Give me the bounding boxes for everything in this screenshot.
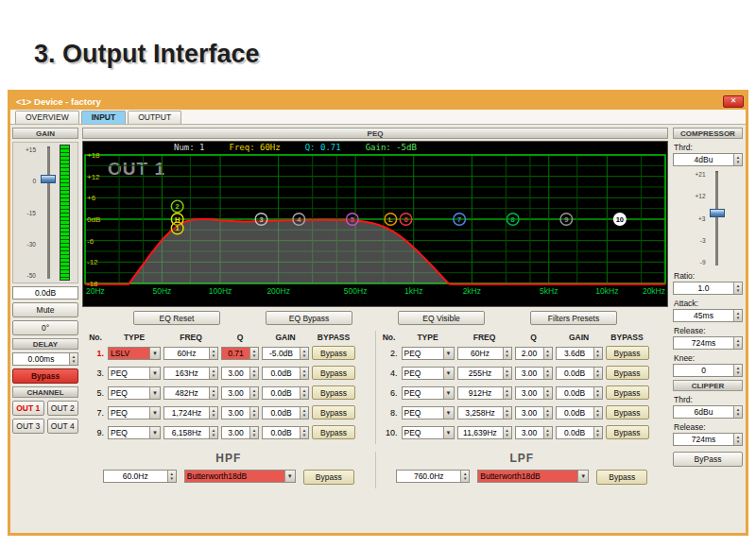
spinner-arrows-icon[interactable] [209,427,217,438]
spinner-arrows-icon[interactable] [593,427,602,438]
band-bypass-button[interactable]: Bypass [606,385,649,400]
channel-out2-button[interactable]: OUT 2 [47,401,79,416]
band-gain-input[interactable]: 3.6dB [556,347,603,360]
spinner-arrows-icon[interactable] [503,368,511,379]
spinner-arrows-icon[interactable] [249,427,258,438]
clipper-bypass-button[interactable]: ByPass [673,452,743,467]
spinner-arrows-icon[interactable] [543,427,552,438]
spinner-arrows-icon[interactable] [209,407,217,419]
band-q-input[interactable]: 3.00 [515,367,553,380]
spinner-arrows-icon[interactable] [503,387,511,399]
band-bypass-button[interactable]: Bypass [606,366,649,380]
delay-bypass-button[interactable]: Bypass [12,368,78,384]
band-freq-input[interactable]: 163Hz [163,367,218,380]
band-freq-input[interactable]: 60Hz [163,347,218,360]
compressor-slider-track[interactable] [709,169,726,267]
spinner-arrows-icon[interactable] [593,368,602,379]
spinner-arrows-icon[interactable] [209,348,217,359]
spinner-arrows-icon[interactable] [167,471,176,482]
eq-bypass-button[interactable]: EQ Bypass [266,311,352,325]
band-q-input[interactable]: 3.00 [515,426,553,439]
spinner-arrows-icon[interactable] [249,368,258,379]
band-q-input[interactable]: 3.00 [515,406,553,420]
close-button[interactable]: ✕ [723,95,744,108]
compressor-attack-input[interactable]: 45ms [673,309,743,322]
band-bypass-button[interactable]: Bypass [606,425,649,439]
spinner-arrows-icon[interactable] [503,348,511,359]
spinner-arrows-icon[interactable] [733,365,742,376]
band-type-select[interactable]: PEQ▼ [402,347,455,360]
spinner-arrows-icon[interactable] [733,283,742,294]
channel-out3-button[interactable]: OUT 3 [12,419,44,434]
clipper-thrd-input[interactable]: 6dBu [673,405,743,419]
spinner-arrows-icon[interactable] [593,348,602,359]
compressor-ratio-input[interactable]: 1.0 [673,282,743,295]
band-freq-input[interactable]: 1,724Hz [163,406,218,420]
spinner-arrows-icon[interactable] [300,348,308,359]
band-gain-input[interactable]: 0.0dB [556,426,603,439]
band-bypass-button[interactable]: Bypass [606,346,649,360]
lpf-type-select[interactable]: Butterworth18dB▼ [477,470,589,483]
channel-out4-button[interactable]: OUT 4 [47,419,79,434]
band-bypass-button[interactable]: Bypass [312,366,355,380]
band-type-select[interactable]: PEQ▼ [108,386,161,400]
spinner-arrows-icon[interactable] [593,407,602,419]
lpf-freq-input[interactable]: 760.0Hz [396,470,470,483]
band-q-input[interactable]: 2.00 [515,347,553,360]
spinner-arrows-icon[interactable] [249,348,258,359]
band-gain-input[interactable]: 0.0dB [556,406,603,420]
spinner-arrows-icon[interactable] [300,368,308,379]
band-freq-input[interactable]: 3,258Hz [457,406,512,420]
band-freq-input[interactable]: 11,639Hz [457,426,512,439]
spinner-arrows-icon[interactable] [503,407,511,419]
clipper-release-input[interactable]: 724ms [673,433,743,446]
hpf-bypass-button[interactable]: Bypass [303,470,354,485]
band-gain-input[interactable]: 0.0dB [262,406,309,420]
eq-curve-plot[interactable]: 20Hz50Hz100Hz200Hz500Hz1kHz2kHz5kHz10kHz… [83,142,668,307]
band-type-select[interactable]: PEQ▼ [402,426,455,439]
band-gain-input[interactable]: -5.0dB [262,347,309,360]
band-freq-input[interactable]: 60Hz [457,347,512,360]
compressor-slider-handle[interactable] [710,209,725,217]
gain-fader-track[interactable] [40,145,57,281]
spinner-arrows-icon[interactable] [503,427,511,438]
band-freq-input[interactable]: 482Hz [163,386,218,400]
spinner-arrows-icon[interactable] [300,427,308,438]
hpf-freq-input[interactable]: 60.0Hz [103,470,177,483]
lpf-bypass-button[interactable]: Bypass [596,470,647,485]
band-bypass-button[interactable]: Bypass [312,385,355,400]
spinner-arrows-icon[interactable] [733,406,742,418]
band-q-input[interactable]: 3.00 [221,426,259,439]
band-gain-input[interactable]: 0.0dB [262,367,309,380]
gain-fader-handle[interactable] [41,175,56,183]
spinner-arrows-icon[interactable] [543,387,552,399]
compressor-knee-input[interactable]: 0 [673,364,743,377]
band-freq-input[interactable]: 6,158Hz [163,426,218,439]
band-gain-input[interactable]: 0.0dB [556,367,603,380]
band-type-select[interactable]: PEQ▼ [108,406,161,420]
band-type-select[interactable]: PEQ▼ [108,426,161,439]
delay-input[interactable]: 0.00ms [12,352,78,366]
band-freq-input[interactable]: 255Hz [457,367,512,380]
band-bypass-button[interactable]: Bypass [312,425,355,439]
spinner-arrows-icon[interactable] [209,387,217,399]
spinner-arrows-icon[interactable] [733,434,742,445]
spinner-arrows-icon[interactable] [300,387,308,399]
band-type-select[interactable]: PEQ▼ [402,406,455,420]
band-gain-input[interactable]: 0.0dB [262,386,309,400]
mute-button[interactable]: Mute [12,302,78,317]
filters-presets-button[interactable]: Filters Presets [530,311,617,325]
peq-graph[interactable]: OUT 1 20Hz50Hz100Hz200Hz500Hz1kHz2kHz5kH… [82,141,668,307]
spinner-arrows-icon[interactable] [300,407,308,419]
channel-out1-button[interactable]: OUT 1 [12,401,44,416]
band-type-select[interactable]: PEQ▼ [402,386,455,400]
spinner-arrows-icon[interactable] [209,368,217,379]
spinner-arrows-icon[interactable] [460,471,469,482]
tab-output[interactable]: OUTPUT [128,111,181,124]
spinner-arrows-icon[interactable] [733,337,742,349]
band-type-select[interactable]: PEQ▼ [402,367,455,380]
tab-overview[interactable]: OVERVIEW [15,111,79,124]
band-type-select[interactable]: PEQ▼ [108,367,161,380]
tab-input[interactable]: INPUT [81,111,127,124]
spinner-arrows-icon[interactable] [543,348,552,359]
